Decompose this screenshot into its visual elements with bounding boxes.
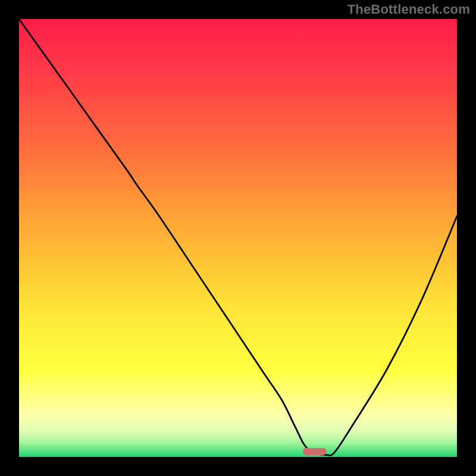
frame: TheBottleneck.com [0, 0, 476, 476]
bottleneck-curve-path [19, 19, 457, 455]
curve-svg [19, 19, 457, 457]
watermark-text: TheBottleneck.com [347, 2, 470, 17]
optimal-marker [303, 448, 327, 455]
plot-area [19, 19, 457, 457]
